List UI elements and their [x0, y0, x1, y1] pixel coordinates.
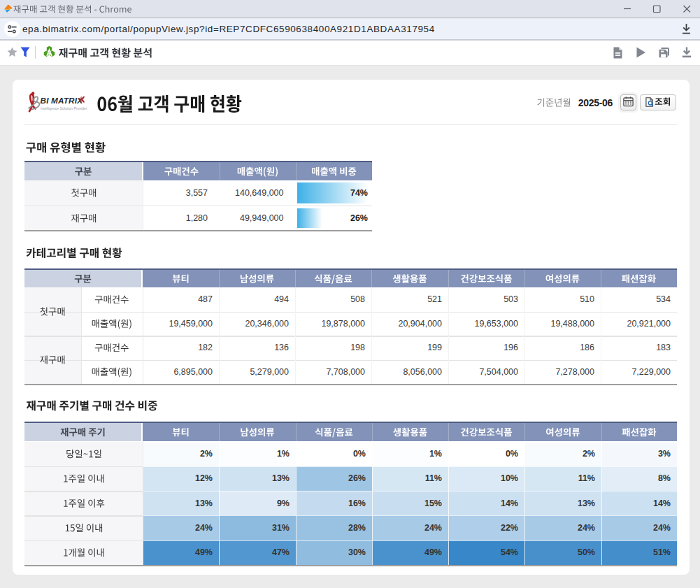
svg-text:Intelligence Solution Provider: Intelligence Solution Provider — [41, 107, 87, 110]
svg-text:BI MATRIX: BI MATRIX — [41, 96, 84, 105]
